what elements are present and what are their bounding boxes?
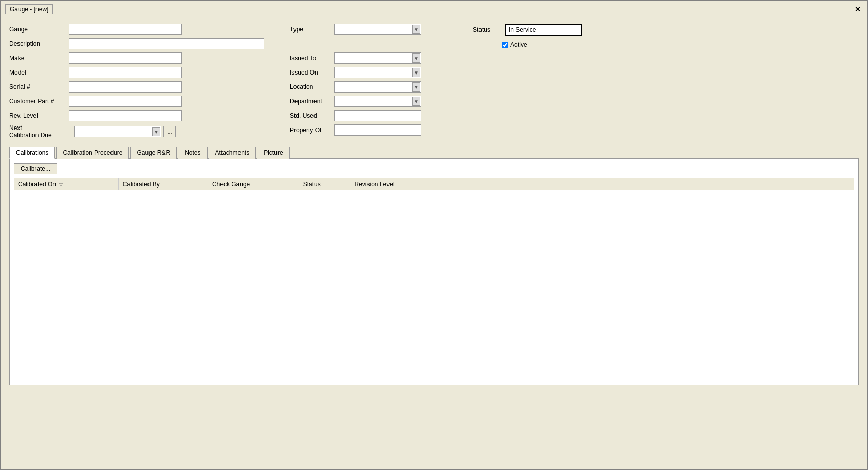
model-input[interactable] (69, 67, 182, 78)
tab-attachments[interactable]: Attachments (209, 147, 256, 159)
next-cal-label: NextCalibration Due (9, 124, 71, 139)
tab-attachments-label: Attachments (215, 149, 250, 156)
make-row: Make (9, 52, 264, 64)
serial-input[interactable] (69, 81, 182, 93)
std-used-input[interactable] (334, 110, 421, 121)
type-combo-wrapper: ▼ (334, 24, 421, 35)
location-label: Location (290, 83, 331, 91)
next-cal-controls: ▼ ... (74, 126, 176, 137)
col-check-gauge-label: Check Gauge (212, 180, 250, 188)
status-label: Status (473, 26, 498, 33)
tab-gauge-rr[interactable]: Gauge R&R (130, 147, 177, 159)
issued-to-select[interactable] (334, 52, 421, 64)
gauge-label: Gauge (9, 26, 66, 33)
next-cal-row: NextCalibration Due ▼ ... (9, 124, 264, 139)
issued-on-row: Issued On ▼ (290, 67, 421, 78)
col-calibrated-by-label: Calibrated By (123, 180, 160, 188)
customer-part-row: Customer Part # (9, 96, 264, 107)
location-row: Location ▼ (290, 81, 421, 93)
tab-calibrations-label: Calibrations (16, 149, 48, 156)
tab-content-calibrations: Calibrate... Calibrated On ▽ Calibrated … (9, 159, 859, 385)
center-column: Type ▼ Issued To (290, 24, 432, 136)
calibrations-table: Calibrated On ▽ Calibrated By Check Gaug… (14, 178, 854, 190)
tab-picture[interactable]: Picture (257, 147, 289, 159)
tab-picture-label: Picture (264, 149, 283, 156)
rev-level-label: Rev. Level (9, 112, 66, 119)
col-revision-level: Revision Level (350, 178, 854, 190)
col-status: Status (299, 178, 350, 190)
issued-to-label: Issued To (290, 55, 331, 62)
issued-on-select[interactable] (334, 67, 421, 78)
model-label: Model (9, 69, 66, 76)
type-select[interactable] (334, 24, 421, 35)
department-select[interactable] (334, 96, 421, 107)
department-label: Department (290, 98, 331, 105)
tab-notes-label: Notes (184, 149, 200, 156)
department-row: Department ▼ (290, 96, 421, 107)
col-calibrated-by: Calibrated By (118, 178, 208, 190)
description-spacer (290, 38, 421, 49)
calibrations-table-header: Calibrated On ▽ Calibrated By Check Gaug… (14, 178, 854, 190)
active-row: Active (502, 41, 582, 48)
tab-calibration-procedure[interactable]: Calibration Procedure (56, 147, 129, 159)
next-cal-select[interactable] (74, 126, 161, 137)
col-calibrated-on-sort-icon: ▽ (59, 182, 63, 187)
description-row: Description (9, 38, 264, 49)
calibrations-header-row: Calibrated On ▽ Calibrated By Check Gaug… (14, 178, 854, 190)
col-check-gauge: Check Gauge (208, 178, 299, 190)
issued-on-label: Issued On (290, 69, 331, 76)
issued-to-combo-wrapper: ▼ (334, 52, 421, 64)
property-of-input[interactable] (334, 124, 421, 136)
right-column: Status In Service Active (473, 24, 582, 48)
gauge-row: Gauge (9, 24, 264, 35)
title-tab: Gauge - [new] (5, 4, 53, 14)
title-bar-left: Gauge - [new] (5, 4, 53, 14)
left-column: Gauge Description Make Model (9, 24, 274, 139)
main-window: Gauge - [new] ✕ Gauge Description (0, 0, 868, 470)
serial-row: Serial # (9, 81, 264, 93)
location-combo-wrapper: ▼ (334, 81, 421, 93)
issued-on-combo-wrapper: ▼ (334, 67, 421, 78)
customer-part-input[interactable] (69, 96, 182, 107)
property-of-label: Property Of (290, 126, 331, 134)
tab-gauge-rr-label: Gauge R&R (137, 149, 170, 156)
tab-notes[interactable]: Notes (178, 147, 207, 159)
title-bar: Gauge - [new] ✕ (1, 1, 867, 17)
status-value: In Service (505, 24, 582, 36)
tabs-container: Calibrations Calibration Procedure Gauge… (9, 146, 859, 385)
window-title: Gauge - [new] (10, 6, 48, 13)
col-calibrated-on: Calibrated On ▽ (14, 178, 118, 190)
active-label: Active (510, 41, 527, 48)
make-input[interactable] (69, 52, 182, 64)
form-area: Gauge Description Make Model (9, 24, 859, 139)
col-revision-level-label: Revision Level (355, 180, 395, 188)
tab-calibration-procedure-label: Calibration Procedure (63, 149, 122, 156)
rev-level-row: Rev. Level (9, 110, 264, 121)
active-checkbox[interactable] (502, 42, 508, 48)
gauge-input[interactable] (69, 24, 182, 35)
type-row: Type ▼ (290, 24, 421, 35)
col-calibrated-on-label: Calibrated On (18, 180, 56, 188)
std-used-row: Std. Used (290, 110, 421, 121)
serial-label: Serial # (9, 83, 66, 91)
calibrate-button[interactable]: Calibrate... (14, 163, 57, 174)
col-status-label: Status (303, 180, 321, 188)
description-input[interactable] (69, 38, 264, 49)
next-cal-browse-button[interactable]: ... (163, 126, 176, 137)
make-label: Make (9, 55, 66, 62)
issued-to-row: Issued To ▼ (290, 52, 421, 64)
model-row: Model (9, 67, 264, 78)
rev-level-input[interactable] (69, 110, 182, 121)
description-label: Description (9, 40, 66, 47)
status-row: Status In Service (473, 24, 582, 36)
location-select[interactable] (334, 81, 421, 93)
tab-calibrations[interactable]: Calibrations (9, 147, 55, 159)
department-combo-wrapper: ▼ (334, 96, 421, 107)
property-of-row: Property Of (290, 124, 421, 136)
main-content: Gauge Description Make Model (1, 17, 867, 391)
std-used-label: Std. Used (290, 112, 331, 119)
next-cal-combo-wrapper: ▼ (74, 126, 161, 137)
type-label: Type (290, 26, 331, 33)
close-button[interactable]: ✕ (853, 5, 863, 13)
customer-part-label: Customer Part # (9, 98, 66, 105)
